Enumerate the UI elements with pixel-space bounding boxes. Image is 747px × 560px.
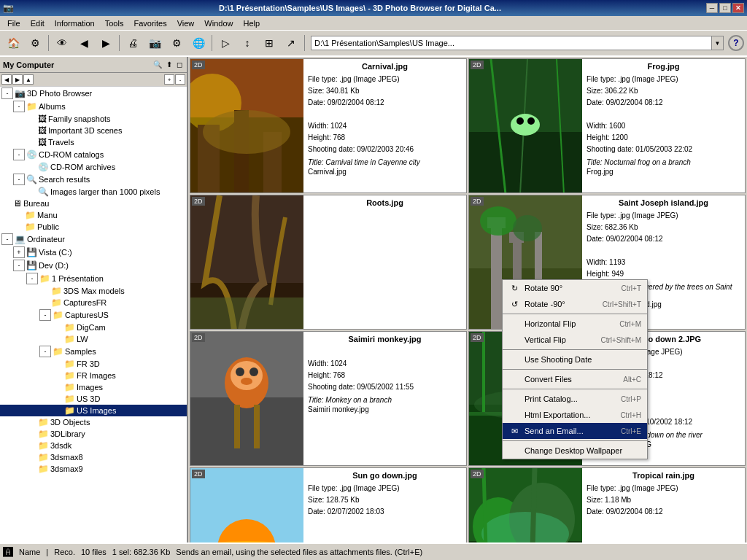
tree-expander-cdrom[interactable]: - <box>13 149 25 160</box>
tree-expander-samples[interactable]: - <box>39 346 51 357</box>
photo-card-sundown[interactable]: 2D Sun go down.jpg File type: .jpg (Imag… <box>190 467 467 542</box>
tree-expander-vista[interactable]: + <box>13 246 25 258</box>
tree-item-samples[interactable]: - 📁 Samples <box>0 345 187 358</box>
ctx-print[interactable]: Print Catalog... Ctrl+P <box>503 391 647 407</box>
toolbar-nav-forward[interactable]: ▶ <box>96 34 116 52</box>
toolbar-nav-back[interactable]: ◀ <box>74 34 94 52</box>
tree-expander-dev[interactable]: - <box>13 260 25 271</box>
tree-icon-images1000: 🔍 <box>38 187 49 197</box>
toolbar-settings[interactable]: ⚙ <box>25 34 45 52</box>
photo-card-roots[interactable]: 2D Roots.jpg <box>190 195 467 330</box>
toolbar-camera[interactable]: 📷 <box>144 34 165 52</box>
ctx-wallpaper[interactable]: Change Desktop Wallpaper <box>503 443 647 459</box>
tree-item-travels[interactable]: 🖼 Travels <box>0 136 187 148</box>
sidebar-search-btn[interactable]: 🔍 <box>152 61 163 69</box>
tree-item-digicam[interactable]: 📁 DigCam <box>0 322 187 333</box>
minimize-button[interactable]: ─ <box>706 3 718 13</box>
toolbar-home[interactable]: 🏠 <box>3 34 23 52</box>
tree-item-bureau[interactable]: 🖥 Bureau <box>0 198 187 209</box>
menu-view[interactable]: View <box>173 18 199 29</box>
tree-expander-ordinateur[interactable]: - <box>1 233 13 245</box>
menu-help[interactable]: Help <box>239 18 264 29</box>
ctx-rotate-neg90[interactable]: ↺ Rotate -90° Ctrl+Shift+T <box>503 296 647 312</box>
tree-item-frimages[interactable]: 📁 FR Images <box>0 370 187 381</box>
ctx-rotate-90[interactable]: ↻ Rotate 90° Ctrl+T <box>503 280 647 296</box>
menu-tools[interactable]: Tools <box>101 18 128 29</box>
tree-nav-forward[interactable]: ▶ <box>12 74 23 85</box>
tree-expander-albums[interactable]: - <box>13 101 25 112</box>
tree-item-3dsmax8[interactable]: 📁 3dsmax8 <box>0 451 187 463</box>
tree-item-capturesus[interactable]: - 📁 CapturesUS <box>0 308 187 322</box>
tree-item-3dsmax9[interactable]: 📁 3dsmax9 <box>0 463 187 475</box>
tree-expander-capturesus[interactable]: - <box>39 309 51 321</box>
tree-item-ordinateur[interactable]: - 💻 Ordinateur <box>0 233 187 246</box>
tree-expander-search[interactable]: - <box>13 174 25 185</box>
tree-nav-up[interactable]: ▲ <box>23 74 34 85</box>
tree-item-family[interactable]: 🖼 Family snapshots <box>0 113 187 125</box>
toolbar-view-thumbnails[interactable]: 👁 <box>52 34 72 52</box>
toolbar-export[interactable]: ↗ <box>281 34 301 52</box>
photo-card-frog[interactable]: 2D Frog.jpg File type: <box>468 58 746 193</box>
tree-item-3dsmax-models[interactable]: 📁 3DS Max models <box>0 285 187 297</box>
sidebar-up-btn[interactable]: ⬆ <box>165 61 174 69</box>
tree-item-3dlibrary[interactable]: 📁 3DLibrary <box>0 428 187 440</box>
toolbar-filter[interactable]: ⊞ <box>259 34 279 52</box>
help-button[interactable]: ? <box>728 35 744 51</box>
toolbar-print[interactable]: 🖨 <box>123 34 143 52</box>
tree-nav-collapse[interactable]: - <box>175 74 185 85</box>
tree-item-capturesfr[interactable]: 📁 CapturesFR <box>0 297 187 308</box>
tree-item-public[interactable]: 📁 Public <box>0 221 187 233</box>
tree-item-3dphoto[interactable]: - 📷 3D Photo Browser <box>0 87 187 100</box>
tree-item-usimages[interactable]: 📁 US Images <box>0 405 187 416</box>
photo-badge-monkey: 2D <box>192 333 205 342</box>
tree-item-albums[interactable]: - 📁 Albums <box>0 100 187 113</box>
tree-item-3dsdk[interactable]: 📁 3dsdk <box>0 440 187 451</box>
tree-item-cdrom[interactable]: - 💿 CD-ROM catalogs <box>0 148 187 161</box>
tree-item-manu[interactable]: 📁 Manu <box>0 209 187 221</box>
ctx-send-email[interactable]: ✉ Send an Email... Ctrl+E <box>503 423 647 439</box>
menu-favorites[interactable]: Favorites <box>129 18 171 29</box>
tree-item-us3d[interactable]: 📁 US 3D <box>0 393 187 405</box>
tree-icon-capturesfr: 📁 <box>51 298 62 308</box>
menu-window[interactable]: Window <box>200 18 237 29</box>
tree-icon-3dsmax9: 📁 <box>38 464 49 474</box>
ctx-html-export[interactable]: Html Exportation... Ctrl+H <box>503 407 647 423</box>
toolbar-globe[interactable]: 🌐 <box>188 34 209 52</box>
ctx-convert[interactable]: Convert Files Alt+C <box>503 371 647 387</box>
tree-expander-pres1[interactable]: - <box>26 273 38 284</box>
photo-card-tropical[interactable]: 2D Tropical rain.jpg File type: .jpg <box>468 467 746 542</box>
toolbar-sort[interactable]: ↕ <box>237 34 258 52</box>
tree-item-pres1[interactable]: - 📁 1 Présentation <box>0 272 187 285</box>
photo-card-monkey[interactable]: 2D Saimiri monkey.jpg <box>190 331 467 466</box>
tree-item-dev[interactable]: - 💾 Dev (D:) <box>0 259 187 272</box>
tree-item-search[interactable]: - 🔍 Search results <box>0 173 187 186</box>
tree-item-vista[interactable]: + 💾 Vista (C:) <box>0 246 187 259</box>
restore-button[interactable]: □ <box>719 3 731 13</box>
toolbar-slideshow[interactable]: ▷ <box>215 34 236 52</box>
tree-nav-back[interactable]: ◀ <box>1 74 12 85</box>
content-area[interactable]: 2D Carnival.jpg File type <box>188 57 747 542</box>
tree-item-cdrom-arch[interactable]: 💿 CD-ROM archives <box>0 161 187 173</box>
tree-expander-3dphoto[interactable]: - <box>1 88 13 99</box>
tree-item-lw[interactable]: 📁 LW <box>0 333 187 345</box>
photo-card-carnival[interactable]: 2D Carnival.jpg File type <box>190 58 467 193</box>
sidebar-tree[interactable]: ◀ ▶ ▲ + - - 📷 3D Photo Browser - 📁 Album… <box>0 73 187 542</box>
menu-edit[interactable]: Edit <box>26 18 49 29</box>
tree-label-bureau: Bureau <box>23 199 49 208</box>
menu-file[interactable]: File <box>3 18 25 29</box>
ctx-hflip[interactable]: Horizontal Flip Ctrl+M <box>503 316 647 332</box>
path-dropdown[interactable]: ▼ <box>712 36 724 50</box>
ctx-shooting-date[interactable]: Use Shooting Date <box>503 351 647 368</box>
tree-nav-expand[interactable]: + <box>164 74 174 85</box>
tree-item-3dobjects[interactable]: 📁 3D Objects <box>0 416 187 428</box>
tree-item-important[interactable]: 🖼 Important 3D scenes <box>0 125 187 136</box>
path-input[interactable] <box>311 36 712 50</box>
tree-item-fr3d[interactable]: 📁 FR 3D <box>0 358 187 370</box>
toolbar-process[interactable]: ⚙ <box>166 34 187 52</box>
tree-item-images1000[interactable]: 🔍 Images larger than 1000 pixels <box>0 186 187 198</box>
close-button[interactable]: ✕ <box>732 3 744 13</box>
menu-information[interactable]: Information <box>50 18 99 29</box>
tree-item-images[interactable]: 📁 Images <box>0 381 187 393</box>
ctx-vflip[interactable]: Vertical Flip Ctrl+Shift+M <box>503 332 647 348</box>
sidebar-expand-btn[interactable]: ◻ <box>175 61 184 69</box>
